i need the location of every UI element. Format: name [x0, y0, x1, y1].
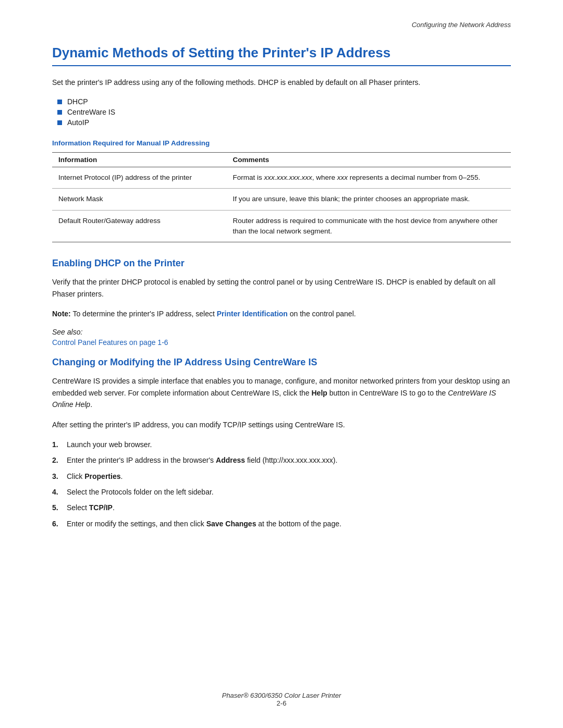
bullet-icon-centreware [57, 110, 62, 115]
step-2: 2. Enter the printer's IP address in the… [52, 454, 511, 466]
see-also-link[interactable]: Control Panel Features on page 1-6 [52, 338, 511, 347]
step-6-text: Enter or modify the settings, and then c… [67, 518, 341, 529]
intro-text: Set the printer's IP address using any o… [52, 77, 511, 88]
note-suffix: on the control panel. [288, 310, 356, 318]
table-cell-comments-1: If you are unsure, leave this blank; the… [226, 189, 511, 210]
step-4-text: Select the Protocols folder on the left … [67, 486, 214, 498]
step-6-prefix: Enter or modify the settings, and then c… [67, 520, 206, 528]
page-title: Dynamic Methods of Setting the Printer's… [52, 44, 511, 66]
col-header-info: Information [52, 153, 226, 167]
step-2-suffix: field (http://xxx.xxx.xxx.xxx). [245, 456, 337, 464]
table-cell-comments-2: Router address is required to communicat… [226, 210, 511, 242]
info-table: Information Comments Internet Protocol (… [52, 152, 511, 242]
bullet-icon-dhcp [57, 100, 62, 104]
table-section: Information Required for Manual IP Addre… [52, 139, 511, 242]
body1-end: . [90, 400, 92, 409]
step-4-num: 4. [52, 486, 67, 498]
enabling-dhcp-body: Verify that the printer DHCP protocol is… [52, 276, 511, 300]
bullet-icon-autoip [57, 120, 62, 125]
step-5-text: Select TCP/IP. [67, 502, 115, 513]
see-also-link-suffix: on page 1-6 [127, 338, 168, 347]
step-3-suffix: . [120, 472, 123, 480]
page-footer: Phaser® 6300/6350 Color Laser Printer 2-… [0, 692, 563, 707]
changing-ip-title: Changing or Modifying the IP Address Usi… [52, 357, 511, 368]
table-row: Internet Protocol (IP) address of the pr… [52, 167, 511, 189]
enabling-dhcp-title: Enabling DHCP on the Printer [52, 258, 511, 269]
enabling-dhcp-section: Enabling DHCP on the Printer Verify that… [52, 258, 511, 347]
note-link[interactable]: Printer Identification [217, 310, 288, 318]
step-1-num: 1. [52, 439, 67, 450]
step-1: 1. Launch your web browser. [52, 439, 511, 450]
step-3: 3. Click Properties. [52, 471, 511, 482]
bullet-label-centreware: CentreWare IS [67, 108, 115, 116]
bullet-list: DHCP CentreWare IS AutoIP [57, 97, 511, 127]
step-5-suffix: . [113, 503, 115, 512]
table-header-row: Information Comments [52, 153, 511, 167]
step-2-prefix: Enter the printer's IP address in the br… [67, 456, 216, 464]
step-6: 6. Enter or modify the settings, and the… [52, 518, 511, 529]
note-bold-label: Note: [52, 310, 71, 318]
table-row: Default Router/Gateway address Router ad… [52, 210, 511, 242]
bullet-item-centreware: CentreWare IS [57, 108, 511, 116]
bullet-item-dhcp: DHCP [57, 97, 511, 106]
bullet-label-dhcp: DHCP [67, 97, 88, 106]
changing-ip-body1: CentreWare IS provides a simple interfac… [52, 375, 511, 410]
body1-bold: Help [312, 389, 327, 397]
changing-ip-body2: After setting the printer's IP address, … [52, 419, 511, 430]
table-cell-comments-0: Format is xxx.xxx.xxx.xxx, where xxx rep… [226, 167, 511, 189]
step-2-bold: Address [216, 456, 245, 464]
step-3-text: Click Properties. [67, 471, 123, 482]
bullet-label-autoip: AutoIP [67, 118, 89, 127]
step-2-num: 2. [52, 454, 67, 466]
bullet-item-autoip: AutoIP [57, 118, 511, 127]
step-5-prefix: Select [67, 503, 89, 512]
table-row: Network Mask If you are unsure, leave th… [52, 189, 511, 210]
table-cell-info-2: Default Router/Gateway address [52, 210, 226, 242]
step-3-bold: Properties [84, 472, 120, 480]
step-6-bold: Save Changes [206, 520, 256, 528]
header-text: Configuring the Network Address [412, 21, 511, 29]
see-also-label: See also: [52, 328, 511, 336]
footer-line2: 2-6 [0, 699, 563, 707]
note-body-text: To determine the printer's IP address, s… [71, 310, 217, 318]
see-also-link-text: Control Panel Features [52, 338, 127, 347]
changing-ip-section: Changing or Modifying the IP Address Usi… [52, 357, 511, 529]
body1-suffix: button in CentreWare IS to go to the [327, 389, 448, 397]
step-5-bold: TCP/IP [89, 503, 113, 512]
col-header-comments: Comments [226, 153, 511, 167]
step-2-text: Enter the printer's IP address in the br… [67, 454, 337, 466]
step-1-text: Launch your web browser. [67, 439, 152, 450]
table-subtitle: Information Required for Manual IP Addre… [52, 139, 511, 147]
note-paragraph: Note: To determine the printer's IP addr… [52, 308, 511, 319]
page-container: Configuring the Network Address Dynamic … [0, 0, 563, 728]
step-5: 5. Select TCP/IP. [52, 502, 511, 513]
table-cell-info-0: Internet Protocol (IP) address of the pr… [52, 167, 226, 189]
step-6-num: 6. [52, 518, 67, 529]
numbered-steps: 1. Launch your web browser. 2. Enter the… [52, 439, 511, 529]
table-cell-info-1: Network Mask [52, 189, 226, 210]
step-4: 4. Select the Protocols folder on the le… [52, 486, 511, 498]
step-3-num: 3. [52, 471, 67, 482]
step-5-num: 5. [52, 502, 67, 513]
footer-line1: Phaser® 6300/6350 Color Laser Printer [0, 692, 563, 699]
header-right: Configuring the Network Address [52, 21, 511, 29]
step-6-suffix: at the bottom of the page. [256, 520, 341, 528]
step-3-prefix: Click [67, 472, 84, 480]
